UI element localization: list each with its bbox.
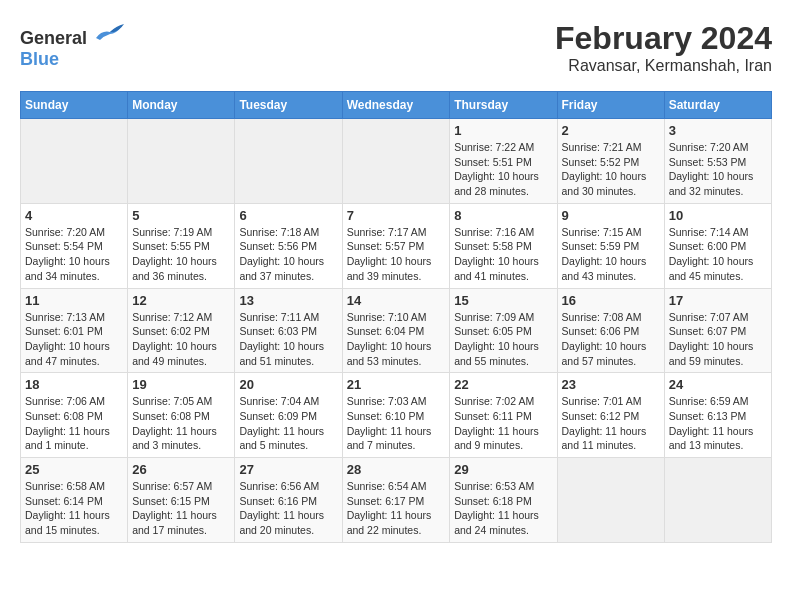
day-info: Sunrise: 6:53 AM Sunset: 6:18 PM Dayligh…	[454, 479, 552, 538]
day-info: Sunrise: 6:57 AM Sunset: 6:15 PM Dayligh…	[132, 479, 230, 538]
calendar-cell	[342, 119, 450, 204]
calendar-cell: 29Sunrise: 6:53 AM Sunset: 6:18 PM Dayli…	[450, 458, 557, 543]
calendar-cell: 19Sunrise: 7:05 AM Sunset: 6:08 PM Dayli…	[128, 373, 235, 458]
calendar-cell: 8Sunrise: 7:16 AM Sunset: 5:58 PM Daylig…	[450, 203, 557, 288]
calendar-header-row: SundayMondayTuesdayWednesdayThursdayFrid…	[21, 92, 772, 119]
day-info: Sunrise: 7:20 AM Sunset: 5:53 PM Dayligh…	[669, 140, 767, 199]
day-number: 29	[454, 462, 552, 477]
day-info: Sunrise: 7:06 AM Sunset: 6:08 PM Dayligh…	[25, 394, 123, 453]
column-header-friday: Friday	[557, 92, 664, 119]
day-number: 2	[562, 123, 660, 138]
column-header-tuesday: Tuesday	[235, 92, 342, 119]
calendar-cell	[557, 458, 664, 543]
calendar-cell: 15Sunrise: 7:09 AM Sunset: 6:05 PM Dayli…	[450, 288, 557, 373]
calendar-table: SundayMondayTuesdayWednesdayThursdayFrid…	[20, 91, 772, 543]
day-number: 26	[132, 462, 230, 477]
calendar-cell: 14Sunrise: 7:10 AM Sunset: 6:04 PM Dayli…	[342, 288, 450, 373]
day-number: 7	[347, 208, 446, 223]
day-number: 27	[239, 462, 337, 477]
day-info: Sunrise: 7:02 AM Sunset: 6:11 PM Dayligh…	[454, 394, 552, 453]
logo-blue-text: Blue	[20, 49, 59, 69]
day-info: Sunrise: 7:05 AM Sunset: 6:08 PM Dayligh…	[132, 394, 230, 453]
day-number: 11	[25, 293, 123, 308]
calendar-cell: 17Sunrise: 7:07 AM Sunset: 6:07 PM Dayli…	[664, 288, 771, 373]
calendar-cell	[128, 119, 235, 204]
day-info: Sunrise: 7:12 AM Sunset: 6:02 PM Dayligh…	[132, 310, 230, 369]
column-header-thursday: Thursday	[450, 92, 557, 119]
day-number: 8	[454, 208, 552, 223]
week-row-3: 11Sunrise: 7:13 AM Sunset: 6:01 PM Dayli…	[21, 288, 772, 373]
calendar-cell: 11Sunrise: 7:13 AM Sunset: 6:01 PM Dayli…	[21, 288, 128, 373]
calendar-cell: 18Sunrise: 7:06 AM Sunset: 6:08 PM Dayli…	[21, 373, 128, 458]
calendar-cell: 13Sunrise: 7:11 AM Sunset: 6:03 PM Dayli…	[235, 288, 342, 373]
day-number: 9	[562, 208, 660, 223]
day-number: 15	[454, 293, 552, 308]
day-number: 12	[132, 293, 230, 308]
logo-general-text: General	[20, 28, 87, 48]
day-info: Sunrise: 6:54 AM Sunset: 6:17 PM Dayligh…	[347, 479, 446, 538]
calendar-cell: 9Sunrise: 7:15 AM Sunset: 5:59 PM Daylig…	[557, 203, 664, 288]
day-info: Sunrise: 6:56 AM Sunset: 6:16 PM Dayligh…	[239, 479, 337, 538]
day-number: 22	[454, 377, 552, 392]
column-header-wednesday: Wednesday	[342, 92, 450, 119]
calendar-cell: 21Sunrise: 7:03 AM Sunset: 6:10 PM Dayli…	[342, 373, 450, 458]
day-number: 1	[454, 123, 552, 138]
day-info: Sunrise: 7:03 AM Sunset: 6:10 PM Dayligh…	[347, 394, 446, 453]
day-info: Sunrise: 7:21 AM Sunset: 5:52 PM Dayligh…	[562, 140, 660, 199]
calendar-cell: 12Sunrise: 7:12 AM Sunset: 6:02 PM Dayli…	[128, 288, 235, 373]
day-info: Sunrise: 7:15 AM Sunset: 5:59 PM Dayligh…	[562, 225, 660, 284]
logo: General Blue	[20, 20, 126, 70]
calendar-cell: 16Sunrise: 7:08 AM Sunset: 6:06 PM Dayli…	[557, 288, 664, 373]
day-info: Sunrise: 7:07 AM Sunset: 6:07 PM Dayligh…	[669, 310, 767, 369]
day-number: 16	[562, 293, 660, 308]
day-info: Sunrise: 7:16 AM Sunset: 5:58 PM Dayligh…	[454, 225, 552, 284]
location-title: Ravansar, Kermanshah, Iran	[555, 57, 772, 75]
day-number: 3	[669, 123, 767, 138]
calendar-cell: 24Sunrise: 6:59 AM Sunset: 6:13 PM Dayli…	[664, 373, 771, 458]
calendar-cell: 3Sunrise: 7:20 AM Sunset: 5:53 PM Daylig…	[664, 119, 771, 204]
day-info: Sunrise: 6:58 AM Sunset: 6:14 PM Dayligh…	[25, 479, 123, 538]
day-number: 5	[132, 208, 230, 223]
week-row-2: 4Sunrise: 7:20 AM Sunset: 5:54 PM Daylig…	[21, 203, 772, 288]
day-number: 18	[25, 377, 123, 392]
calendar-cell: 1Sunrise: 7:22 AM Sunset: 5:51 PM Daylig…	[450, 119, 557, 204]
day-info: Sunrise: 7:14 AM Sunset: 6:00 PM Dayligh…	[669, 225, 767, 284]
column-header-saturday: Saturday	[664, 92, 771, 119]
calendar-cell: 27Sunrise: 6:56 AM Sunset: 6:16 PM Dayli…	[235, 458, 342, 543]
month-title: February 2024	[555, 20, 772, 57]
calendar-cell: 7Sunrise: 7:17 AM Sunset: 5:57 PM Daylig…	[342, 203, 450, 288]
week-row-4: 18Sunrise: 7:06 AM Sunset: 6:08 PM Dayli…	[21, 373, 772, 458]
day-info: Sunrise: 7:18 AM Sunset: 5:56 PM Dayligh…	[239, 225, 337, 284]
column-header-monday: Monday	[128, 92, 235, 119]
calendar-cell: 10Sunrise: 7:14 AM Sunset: 6:00 PM Dayli…	[664, 203, 771, 288]
title-section: February 2024 Ravansar, Kermanshah, Iran	[555, 20, 772, 75]
day-info: Sunrise: 7:11 AM Sunset: 6:03 PM Dayligh…	[239, 310, 337, 369]
day-info: Sunrise: 7:19 AM Sunset: 5:55 PM Dayligh…	[132, 225, 230, 284]
day-number: 20	[239, 377, 337, 392]
day-info: Sunrise: 7:10 AM Sunset: 6:04 PM Dayligh…	[347, 310, 446, 369]
calendar-cell: 6Sunrise: 7:18 AM Sunset: 5:56 PM Daylig…	[235, 203, 342, 288]
calendar-cell: 2Sunrise: 7:21 AM Sunset: 5:52 PM Daylig…	[557, 119, 664, 204]
day-info: Sunrise: 7:13 AM Sunset: 6:01 PM Dayligh…	[25, 310, 123, 369]
calendar-cell	[664, 458, 771, 543]
day-info: Sunrise: 7:22 AM Sunset: 5:51 PM Dayligh…	[454, 140, 552, 199]
calendar-cell: 4Sunrise: 7:20 AM Sunset: 5:54 PM Daylig…	[21, 203, 128, 288]
day-number: 25	[25, 462, 123, 477]
column-header-sunday: Sunday	[21, 92, 128, 119]
day-info: Sunrise: 7:17 AM Sunset: 5:57 PM Dayligh…	[347, 225, 446, 284]
day-number: 17	[669, 293, 767, 308]
day-info: Sunrise: 7:01 AM Sunset: 6:12 PM Dayligh…	[562, 394, 660, 453]
day-number: 14	[347, 293, 446, 308]
day-number: 28	[347, 462, 446, 477]
day-info: Sunrise: 7:04 AM Sunset: 6:09 PM Dayligh…	[239, 394, 337, 453]
day-number: 21	[347, 377, 446, 392]
calendar-cell	[21, 119, 128, 204]
calendar-cell: 26Sunrise: 6:57 AM Sunset: 6:15 PM Dayli…	[128, 458, 235, 543]
day-number: 4	[25, 208, 123, 223]
calendar-cell: 25Sunrise: 6:58 AM Sunset: 6:14 PM Dayli…	[21, 458, 128, 543]
day-info: Sunrise: 6:59 AM Sunset: 6:13 PM Dayligh…	[669, 394, 767, 453]
day-number: 24	[669, 377, 767, 392]
week-row-1: 1Sunrise: 7:22 AM Sunset: 5:51 PM Daylig…	[21, 119, 772, 204]
week-row-5: 25Sunrise: 6:58 AM Sunset: 6:14 PM Dayli…	[21, 458, 772, 543]
day-number: 19	[132, 377, 230, 392]
